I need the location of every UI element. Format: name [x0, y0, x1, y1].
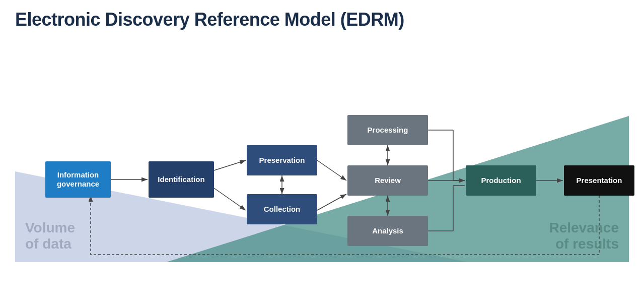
svg-line-8	[214, 188, 246, 210]
box-analysis: Analysis	[347, 216, 428, 246]
box-presentation: Presentation	[564, 165, 634, 196]
box-review: Review	[347, 165, 428, 196]
box-identification: Identification	[149, 161, 214, 198]
svg-line-7	[214, 160, 246, 170]
page-wrapper: Electronic Discovery Reference Model (ED…	[0, 0, 644, 299]
box-preservation: Preservation	[247, 145, 317, 175]
diagram-area: Information governance Identification Pr…	[15, 45, 629, 262]
label-volume: Volumeof data	[25, 220, 75, 252]
label-relevance: Relevanceof results	[549, 220, 619, 252]
box-info-gov: Information governance	[45, 161, 111, 198]
box-collection: Collection	[247, 194, 317, 224]
svg-line-10	[317, 160, 346, 181]
svg-line-11	[317, 194, 346, 210]
box-production: Production	[466, 165, 536, 196]
box-processing: Processing	[347, 115, 428, 145]
page-title: Electronic Discovery Reference Model (ED…	[15, 9, 629, 30]
